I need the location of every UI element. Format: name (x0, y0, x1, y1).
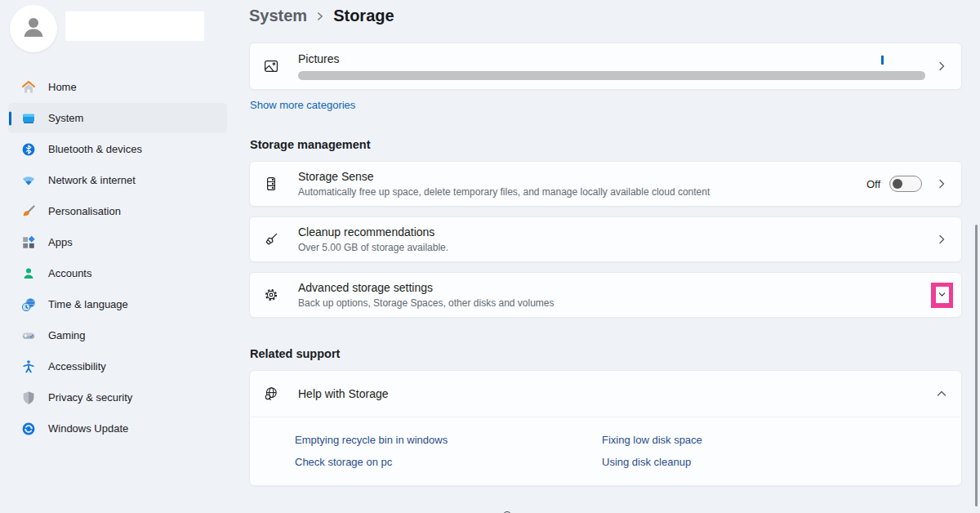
sidebar-item-personalisation[interactable]: Personalisation (8, 196, 227, 226)
selection-indicator (9, 111, 11, 125)
link-check-storage[interactable]: Check storage on pc (295, 456, 602, 468)
sidebar-item-label: Apps (48, 236, 73, 248)
expand-button[interactable] (936, 287, 949, 303)
system-icon (21, 111, 36, 126)
sidebar-nav: Home System Bluetooth & devices Net (0, 72, 227, 444)
help-with-storage-row[interactable]: Help with Storage (250, 371, 961, 417)
help-title: Help with Storage (298, 387, 935, 400)
sidebar-item-apps[interactable]: Apps (8, 227, 227, 257)
sidebar: Home System Bluetooth & devices Net (0, 0, 238, 513)
row-title: Storage Sense (298, 170, 866, 183)
sidebar-item-label: Accounts (48, 267, 91, 279)
sidebar-item-windows-update[interactable]: Windows Update (8, 413, 227, 444)
sidebar-item-gaming[interactable]: Gaming (8, 320, 227, 350)
pictures-icon (263, 58, 279, 74)
chevron-down-icon (938, 288, 947, 302)
sidebar-item-system[interactable]: System (8, 103, 227, 133)
sidebar-item-label: Personalisation (48, 205, 121, 217)
storage-sense-icon (263, 176, 279, 192)
sidebar-item-label: Accessibility (48, 360, 106, 372)
toggle-state-label: Off (866, 178, 880, 190)
breadcrumb-system[interactable]: System (249, 7, 307, 25)
chevron-up-icon[interactable] (935, 387, 948, 400)
broom-icon (263, 231, 279, 248)
sidebar-item-label: Time & language (48, 298, 128, 310)
toggle-knob (893, 179, 902, 189)
scrollbar[interactable] (975, 225, 978, 506)
sidebar-item-time-language[interactable]: Time & language (8, 289, 227, 319)
user-name-redacted (65, 11, 204, 41)
advanced-storage-settings-row[interactable]: Advanced storage settings Back up option… (249, 272, 962, 318)
row-title: Cleanup recommendations (298, 225, 935, 239)
settings-window: Home System Bluetooth & devices Net (0, 0, 980, 513)
sidebar-item-bluetooth-devices[interactable]: Bluetooth & devices (8, 134, 227, 164)
pictures-label: Pictures (298, 52, 935, 65)
apps-icon (21, 235, 36, 250)
link-using-disk-cleanup[interactable]: Using disk cleanup (602, 456, 961, 468)
row-title: Advanced storage settings (298, 281, 931, 294)
related-support-heading: Related support (250, 347, 340, 360)
gear-icon (263, 287, 279, 303)
storage-sense-row[interactable]: Storage Sense Automatically free up spac… (249, 161, 962, 207)
gaming-icon (21, 328, 36, 343)
person-icon (20, 13, 47, 44)
sidebar-item-network-internet[interactable]: Network & internet (8, 165, 227, 195)
help-card: Help with Storage Emptying recycle bin i… (249, 370, 962, 486)
cleanup-recommendations-row[interactable]: Cleanup recommendations Over 5.00 GB of … (249, 216, 962, 262)
row-subtitle: Back up options, Storage Spaces, other d… (298, 297, 931, 309)
pictures-usage-bar (298, 71, 925, 80)
accounts-icon (21, 266, 36, 281)
sidebar-item-accessibility[interactable]: Accessibility (8, 351, 227, 381)
sidebar-item-label: Network & internet (48, 174, 136, 186)
chevron-right-icon[interactable] (935, 60, 948, 73)
page-title: Storage (333, 7, 394, 25)
help-links: Emptying recycle bin in windows Check st… (250, 417, 961, 473)
windows-update-icon (21, 422, 36, 436)
storage-sense-toggle[interactable] (889, 176, 922, 192)
partial-row-icon (502, 507, 512, 513)
usage-indicator (881, 56, 884, 65)
storage-management-heading: Storage management (250, 138, 370, 151)
personalisation-icon (21, 204, 36, 219)
row-subtitle: Over 5.00 GB of storage available. (298, 242, 935, 253)
sidebar-item-privacy-security[interactable]: Privacy & security (8, 382, 227, 413)
row-subtitle: Automatically free up space, delete temp… (298, 186, 866, 198)
shield-icon (21, 390, 36, 405)
user-avatar[interactable] (10, 5, 57, 52)
chevron-right-icon (314, 11, 326, 22)
chevron-right-icon[interactable] (935, 177, 948, 190)
chevron-right-icon[interactable] (935, 233, 948, 246)
link-emptying-recycle-bin[interactable]: Emptying recycle bin in windows (295, 434, 602, 446)
network-icon (21, 173, 36, 188)
sidebar-item-label: Windows Update (48, 422, 128, 435)
bluetooth-icon (21, 142, 36, 157)
globe-search-icon (263, 386, 279, 402)
pictures-row[interactable]: Pictures (249, 42, 962, 90)
sidebar-item-label: System (48, 112, 83, 124)
breadcrumb: System Storage (249, 7, 394, 25)
home-icon (21, 80, 36, 95)
sidebar-item-label: Privacy & security (48, 391, 132, 404)
main-content: System Storage Pictures Show more catego… (249, 0, 980, 513)
show-more-categories-link[interactable]: Show more categories (250, 99, 355, 111)
sidebar-item-home[interactable]: Home (8, 72, 227, 102)
sidebar-item-label: Bluetooth & devices (48, 143, 142, 155)
sidebar-item-label: Gaming (48, 329, 86, 341)
time-language-icon (21, 297, 36, 312)
link-fixing-low-disk-space[interactable]: Fixing low disk space (602, 434, 961, 446)
sidebar-item-accounts[interactable]: Accounts (8, 258, 227, 288)
advanced-expand-highlight (931, 283, 953, 308)
sidebar-item-label: Home (48, 81, 77, 93)
accessibility-icon (21, 359, 36, 374)
